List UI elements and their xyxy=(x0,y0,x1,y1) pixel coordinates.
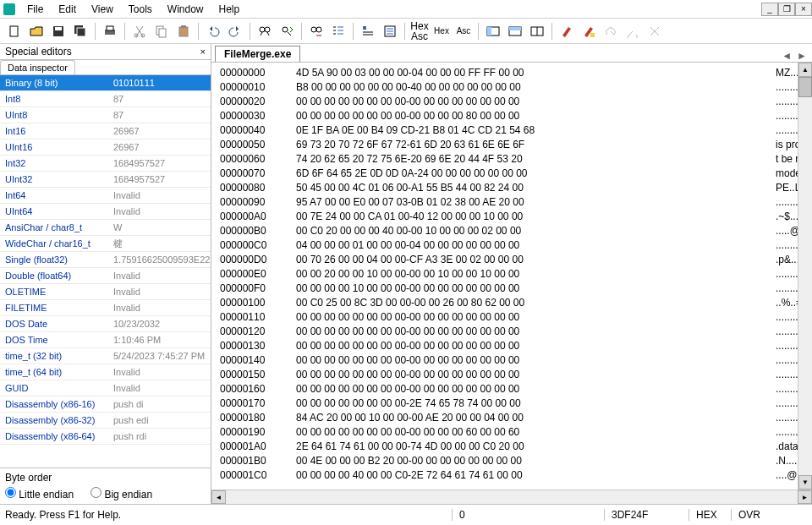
menu-edit[interactable]: Edit xyxy=(52,2,83,17)
open-icon[interactable] xyxy=(27,22,46,41)
hex-row[interactable]: 0000016000 00 00 00 00 00 00 00-00 00 00… xyxy=(220,382,810,396)
inspector-row[interactable]: time_t (64 bit)Invalid xyxy=(0,364,211,380)
marker4-icon[interactable] xyxy=(623,22,642,41)
hex-row[interactable]: 00000010B8 00 00 00 00 00 00 00-40 00 00… xyxy=(220,80,810,95)
inspector-row[interactable]: time_t (32 bit)5/24/2023 7:45:27 PM xyxy=(0,348,211,364)
inspector-row[interactable]: UInt321684957527 xyxy=(0,172,211,188)
bookmark-list-icon[interactable] xyxy=(329,22,348,41)
little-endian-radio[interactable]: Little endian xyxy=(5,487,74,500)
scroll-thumb[interactable] xyxy=(798,77,812,97)
inspector-row[interactable]: OLETIMEInvalid xyxy=(0,284,211,300)
hex-row[interactable]: 0000009095 A7 00 00 E0 00 07 03-0B 01 02… xyxy=(220,195,810,210)
panel-close-icon[interactable]: × xyxy=(200,46,206,57)
scroll-down-icon[interactable]: ▼ xyxy=(798,475,812,489)
inspector-row[interactable]: UInt887 xyxy=(0,107,211,123)
layout3-icon[interactable] xyxy=(528,22,546,41)
options1-icon[interactable] xyxy=(359,22,377,41)
hex-row[interactable]: 0000018084 AC 20 00 00 10 00 00-00 AE 20… xyxy=(220,411,810,425)
hex-row[interactable]: 0000003000 00 00 00 00 00 00 00-00 00 00… xyxy=(220,109,810,123)
hex-row[interactable]: 000000A000 7E 24 00 00 CA 01 00-40 12 00… xyxy=(220,210,810,224)
scroll-right-icon[interactable]: ► xyxy=(798,490,812,504)
inspector-row[interactable]: AnsiChar / char8_tW xyxy=(0,220,211,236)
hex-row[interactable]: 0000019000 00 00 00 00 00 00 00-00 00 00… xyxy=(220,425,810,440)
hex-row[interactable]: 0000017000 00 00 00 00 00 00 00-2E 74 65… xyxy=(220,396,810,411)
tab-nav-arrows[interactable]: ◄► xyxy=(782,50,807,62)
hex-row[interactable]: 000000F000 00 00 00 10 00 00 00-00 00 00… xyxy=(220,282,810,296)
hex-row[interactable]: 000000D000 70 26 00 00 04 00 00-CF A3 3E… xyxy=(220,253,810,267)
menu-help[interactable]: Help xyxy=(212,2,247,17)
hex-row[interactable]: 0000015000 00 00 00 00 00 00 00-00 00 00… xyxy=(220,368,810,382)
maximize-button[interactable]: ❐ xyxy=(778,3,795,16)
new-icon[interactable] xyxy=(5,22,24,41)
inspector-row[interactable]: Int1626967 xyxy=(0,123,211,139)
hex-row[interactable]: 000000706D 6F 64 65 2E 0D 0D 0A-24 00 00… xyxy=(220,167,810,181)
marker2-icon[interactable] xyxy=(579,22,598,41)
scroll-up-icon[interactable]: ▲ xyxy=(798,63,812,77)
undo-icon[interactable] xyxy=(204,22,222,41)
hex-mode-button[interactable]: Hex xyxy=(432,22,451,41)
inspector-row[interactable]: Disassembly (x86-16)push di xyxy=(0,396,211,413)
minimize-button[interactable]: _ xyxy=(761,3,778,16)
layout1-icon[interactable] xyxy=(484,22,502,41)
inspector-row[interactable]: DOS Time1:10:46 PM xyxy=(0,332,211,348)
hex-row[interactable]: 000001B000 4E 00 00 00 B2 20 00-00 00 00… xyxy=(220,454,810,468)
menu-window[interactable]: Window xyxy=(161,2,211,17)
hex-row[interactable]: 0000005069 73 20 70 72 6F 67 72-61 6D 20… xyxy=(220,138,810,152)
asc-mode-button[interactable]: Asc xyxy=(454,22,473,41)
cut-icon[interactable] xyxy=(130,22,149,41)
inspector-row[interactable]: Binary (8 bit)01010111 xyxy=(0,75,211,91)
close-button[interactable]: × xyxy=(795,3,812,16)
hex-row[interactable]: 000000400E 1F BA 0E 00 B4 09 CD-21 B8 01… xyxy=(220,123,810,138)
marker3-icon[interactable] xyxy=(601,22,620,41)
horizontal-scrollbar[interactable]: ◄ ► xyxy=(211,489,812,504)
inspector-row[interactable]: Int887 xyxy=(0,91,211,107)
hexasc-toggle[interactable]: HexAsc xyxy=(410,22,429,41)
hex-view[interactable]: 000000004D 5A 90 00 03 00 00 00-04 00 00… xyxy=(211,63,812,489)
hex-row[interactable]: 000001C000 00 00 00 40 00 00 C0-2E 72 64… xyxy=(220,468,810,483)
layout2-icon[interactable] xyxy=(506,22,524,41)
hex-row[interactable]: 000001A02E 64 61 74 61 00 00 00-74 4D 00… xyxy=(220,440,810,454)
saveall-icon[interactable] xyxy=(71,22,90,41)
hex-row[interactable]: 000000004D 5A 90 00 03 00 00 00-04 00 00… xyxy=(220,66,810,80)
options2-icon[interactable] xyxy=(381,22,399,41)
hex-row[interactable]: 0000013000 00 00 00 00 00 00 00-00 00 00… xyxy=(220,339,810,353)
inspector-row[interactable]: Single (float32)1.75916625009593E22 xyxy=(0,252,211,268)
hex-row[interactable]: 0000008050 45 00 00 4C 01 06 00-A1 55 B5… xyxy=(220,181,810,195)
inspector-row[interactable]: DOS Date10/23/2032 xyxy=(0,316,211,332)
inspector-row[interactable]: Disassembly (x86-32)push edi xyxy=(0,413,211,429)
hex-row[interactable]: 0000002000 00 00 00 00 00 00 00-00 00 00… xyxy=(220,95,810,109)
big-endian-radio[interactable]: Big endian xyxy=(91,487,152,500)
scroll-left-icon[interactable]: ◄ xyxy=(211,490,226,504)
menu-view[interactable]: View xyxy=(85,2,120,17)
inspector-row[interactable]: UInt1626967 xyxy=(0,139,211,156)
inspector-row[interactable]: Double (float64)Invalid xyxy=(0,268,211,284)
hex-row[interactable]: 000000C004 00 00 00 01 00 00 00-04 00 00… xyxy=(220,238,810,253)
marker1-icon[interactable] xyxy=(557,22,576,41)
inspector-row[interactable]: GUIDInvalid xyxy=(0,380,211,396)
inspector-row[interactable]: Disassembly (x86-64)push rdi xyxy=(0,429,211,445)
paste-icon[interactable] xyxy=(174,22,193,41)
vertical-scrollbar[interactable]: ▲ ▼ xyxy=(798,63,812,489)
hex-row[interactable]: 0000014000 00 00 00 00 00 00 00-00 00 00… xyxy=(220,353,810,368)
marker5-icon[interactable] xyxy=(645,22,664,41)
redo-icon[interactable] xyxy=(226,22,244,41)
inspector-row[interactable]: WideChar / char16_t楗 xyxy=(0,236,211,252)
hex-row[interactable]: 000000E000 00 20 00 00 10 00 00-00 00 10… xyxy=(220,267,810,282)
file-tab[interactable]: FileMerge.exe xyxy=(215,46,300,62)
hex-row[interactable]: 000000B000 C0 20 00 00 00 40 00-00 10 00… xyxy=(220,224,810,238)
hex-row[interactable]: 0000006074 20 62 65 20 72 75 6E-20 69 6E… xyxy=(220,152,810,167)
hex-row[interactable]: 0000012000 00 00 00 00 00 00 00-00 00 00… xyxy=(220,325,810,339)
save-icon[interactable] xyxy=(49,22,68,41)
replace-icon[interactable] xyxy=(307,22,326,41)
inspector-row[interactable]: UInt64Invalid xyxy=(0,204,211,220)
find-icon[interactable] xyxy=(255,22,274,41)
inspector-row[interactable]: Int64Invalid xyxy=(0,188,211,204)
print-icon[interactable] xyxy=(101,22,119,41)
hex-row[interactable]: 0000011000 00 00 00 00 00 00 00-00 00 00… xyxy=(220,310,810,325)
inspector-row[interactable]: Int321684957527 xyxy=(0,156,211,172)
hex-row[interactable]: 0000010000 C0 25 00 8C 3D 00 00-00 00 26… xyxy=(220,296,810,310)
inspector-row[interactable]: FILETIMEInvalid xyxy=(0,300,211,316)
tab-data-inspector[interactable]: Data inspector xyxy=(0,60,75,74)
menu-tools[interactable]: Tools xyxy=(122,2,159,17)
menu-file[interactable]: File xyxy=(20,2,50,17)
